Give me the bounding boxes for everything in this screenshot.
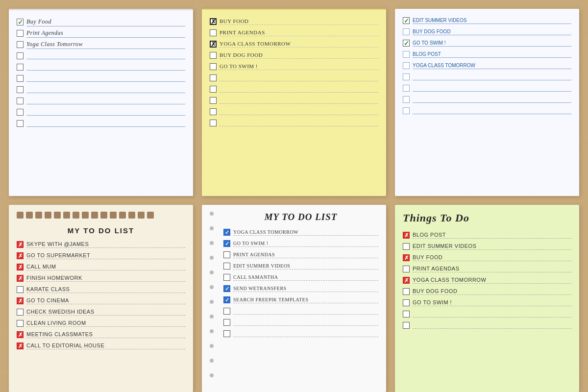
checkbox-empty[interactable] <box>210 108 217 115</box>
list-item: Karate Class <box>17 285 185 294</box>
checkbox-checked-red[interactable]: ✗ <box>17 343 24 349</box>
notebook-dot <box>210 285 214 289</box>
checkbox-checked-red[interactable]: ✗ <box>17 252 24 259</box>
checkbox-empty[interactable] <box>403 107 410 114</box>
checkbox-empty[interactable] <box>223 251 230 258</box>
item-label: Buy Food <box>26 18 185 26</box>
checkbox-empty[interactable] <box>17 52 24 59</box>
torn-dot <box>119 212 126 219</box>
blank-line <box>223 318 378 327</box>
checkbox-empty[interactable] <box>403 51 410 58</box>
torn-dot <box>54 212 61 219</box>
checkbox-empty[interactable] <box>17 109 24 116</box>
item-label: Meeting Classmates <box>26 331 185 338</box>
list-item: Check Swedish Ideas <box>17 307 185 317</box>
checkbox-empty[interactable] <box>403 243 410 250</box>
checkbox-checked-red[interactable]: ✗ <box>17 241 24 248</box>
checkbox-checked-red[interactable]: ✗ <box>403 232 410 239</box>
checkbox-empty[interactable] <box>210 52 217 59</box>
list-item: ✗ Call Mum <box>17 262 185 272</box>
torn-dot <box>63 212 70 219</box>
checkbox-empty[interactable] <box>403 74 410 80</box>
blank-line <box>223 306 378 316</box>
checkbox-empty[interactable] <box>223 319 230 326</box>
checkbox-empty[interactable] <box>403 311 410 318</box>
card-4: MY TO DO LIST ✗ Skype With @James ✗ Go T… <box>9 205 193 392</box>
checkbox-empty[interactable] <box>17 41 24 48</box>
checkbox-checked-red[interactable]: ✗ <box>17 331 24 338</box>
checkbox-empty[interactable] <box>17 64 24 71</box>
torn-dot <box>100 212 107 219</box>
checkbox-empty[interactable] <box>210 97 217 104</box>
card-6-title: Things To Do <box>403 212 571 224</box>
checkbox-empty[interactable] <box>403 266 410 272</box>
checkbox-empty[interactable] <box>17 120 24 127</box>
checkbox-empty[interactable] <box>223 274 230 281</box>
blank-line <box>223 329 378 339</box>
torn-dot <box>110 212 117 219</box>
item-label: GO TO SWIM ! <box>233 241 378 247</box>
item-label: Yoga Class Tomorrow <box>413 63 571 69</box>
checkbox-empty[interactable] <box>223 308 230 315</box>
checkbox-checked[interactable]: ✗ <box>210 41 217 48</box>
checkbox-empty[interactable] <box>17 75 24 82</box>
list-item: GO TO SWIM ! <box>210 62 378 72</box>
item-label: Skype With @James <box>26 241 185 248</box>
blank-line <box>17 62 185 72</box>
checkbox-empty[interactable] <box>210 29 217 36</box>
checkbox-empty[interactable] <box>403 85 410 92</box>
item-label: Yoga Class Tomorrow <box>26 41 185 49</box>
torn-dot <box>45 212 51 219</box>
list-item: ✓ Go To Swim ! <box>403 38 571 48</box>
checkbox-empty[interactable] <box>223 330 230 337</box>
item-label: YOGA CLASS TOMORROW <box>220 41 378 48</box>
checkbox-empty[interactable] <box>17 86 24 93</box>
checkbox-checked[interactable]: ✓ <box>17 19 24 25</box>
checkbox-empty[interactable] <box>210 86 217 93</box>
checkbox-checked-blue[interactable]: ✓ <box>223 285 230 292</box>
checkbox-checked-blue[interactable]: ✓ <box>223 296 230 303</box>
checkbox-checked[interactable]: ✓ <box>403 40 410 47</box>
checkbox-empty[interactable] <box>403 322 410 329</box>
card-5-title: MY TO DO LIST <box>223 212 378 222</box>
checkbox-empty[interactable] <box>210 120 217 126</box>
card-1-list: ✓ Buy Food Print Agendas Yoga Class Tomo… <box>17 17 185 128</box>
card-5-list: ✓ YOGA CLASS TOMORROW ✓ GO TO SWIM ! PRI… <box>223 227 378 339</box>
list-item: BUY DOG FOOD <box>403 287 571 296</box>
item-label: Go To Cinema <box>26 297 185 304</box>
checkbox-checked[interactable]: ✓ <box>403 17 410 24</box>
item-label: BUY DOG FOOD <box>413 288 571 295</box>
notebook-dot <box>210 344 214 348</box>
checkbox-empty[interactable] <box>17 30 24 37</box>
checkbox-checked-red[interactable]: ✗ <box>17 264 24 270</box>
item-label: PRINT AGENDAS <box>220 29 378 36</box>
list-item: ✗ BUY FOOD <box>403 253 571 263</box>
checkbox-checked[interactable]: ✗ <box>210 18 217 25</box>
checkbox-checked-blue[interactable]: ✓ <box>223 240 230 247</box>
checkbox-empty[interactable] <box>403 299 410 306</box>
checkbox-empty[interactable] <box>403 28 410 35</box>
notebook-dot <box>210 226 214 230</box>
checkbox-checked-red[interactable]: ✗ <box>403 277 410 284</box>
checkbox-checked-blue[interactable]: ✓ <box>223 229 230 236</box>
list-item: EDIT SUMMER VIDEOS <box>223 261 378 271</box>
checkbox-checked-red[interactable]: ✗ <box>17 297 24 304</box>
checkbox-empty[interactable] <box>17 286 24 293</box>
checkbox-checked-red[interactable]: ✗ <box>403 254 410 261</box>
torn-dot <box>73 212 79 219</box>
item-label: YOGA CLASS TOMORROW <box>413 277 571 284</box>
checkbox-empty[interactable] <box>17 309 24 316</box>
checkbox-empty[interactable] <box>210 63 217 70</box>
notebook-dot <box>210 256 214 260</box>
checkbox-empty[interactable] <box>17 320 24 327</box>
checkbox-empty[interactable] <box>403 96 410 103</box>
blank-line <box>403 320 571 330</box>
checkbox-empty[interactable] <box>403 288 410 295</box>
checkbox-empty[interactable] <box>223 263 230 270</box>
checkbox-empty[interactable] <box>210 74 217 81</box>
card-6-list: ✗ BLOG POST EDIT SUMMER VIDEOS ✗ BUY FOO… <box>403 230 571 330</box>
checkbox-empty[interactable] <box>403 62 410 69</box>
checkbox-empty[interactable] <box>17 98 24 104</box>
checkbox-checked-red[interactable]: ✗ <box>17 275 24 282</box>
list-item: ✗ Go To Supermarket <box>17 251 185 261</box>
